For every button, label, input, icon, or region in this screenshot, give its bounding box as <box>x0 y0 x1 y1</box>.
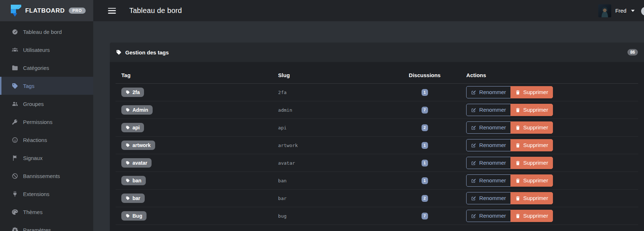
tag-icon <box>12 83 18 89</box>
panel-title: Gestion des tags <box>125 49 169 55</box>
page-title: Tableau de bord <box>129 6 182 15</box>
sidebar-item-signaux[interactable]: Signaux <box>0 149 93 167</box>
gear-icon <box>12 227 18 231</box>
tag-pill: bar <box>121 194 145 203</box>
rename-button[interactable]: Renommer <box>466 86 510 98</box>
column-header-slug: Slug <box>273 62 403 84</box>
table-row-avatar: avatar avatar 1 <box>116 154 638 172</box>
ban-icon <box>12 173 18 179</box>
tag-name: api <box>132 125 140 131</box>
tag-count-badge: 86 <box>627 49 638 55</box>
tag-icon <box>126 161 130 165</box>
discussions-count-badge: 1 <box>422 160 428 166</box>
sidebar-item-parametres[interactable]: Paramètres <box>0 221 93 231</box>
tag-icon <box>126 214 130 218</box>
slug-cell: bar <box>273 190 403 207</box>
trash-icon <box>515 160 521 166</box>
delete-button[interactable]: Supprimer <box>510 104 553 116</box>
tag-icon <box>126 178 130 183</box>
users-icon <box>12 46 18 53</box>
tag-name: Admin <box>132 107 148 113</box>
rename-button[interactable]: Renommer <box>466 174 510 187</box>
user-menu[interactable]: Fred <box>598 4 635 17</box>
sidebar-item-themes[interactable]: Thèmes <box>0 203 93 221</box>
user-name: Fred <box>615 8 626 14</box>
discussions-count-badge: 1 <box>422 89 428 96</box>
rename-button[interactable]: Renommer <box>466 139 510 151</box>
table-row-admin: Admin admin 7 Re <box>116 101 638 119</box>
edit-icon <box>471 107 476 113</box>
group-icon <box>12 101 18 107</box>
row-actions: Renommer Supprimer <box>466 174 553 187</box>
sidebar-item-tableau-de-bord[interactable]: Tableau de bord <box>0 23 93 41</box>
tag-pill: Bug <box>121 211 147 221</box>
edit-icon <box>471 178 476 183</box>
edit-icon <box>471 196 476 201</box>
sidebar-item-label: Signaux <box>23 155 42 161</box>
tag-icon <box>126 90 130 94</box>
slug-cell: bug <box>273 207 403 225</box>
tag-name: 2fa <box>132 89 140 95</box>
delete-button[interactable]: Supprimer <box>510 121 553 134</box>
tag-name: bar <box>132 195 140 201</box>
tags-table: Tag Slug Discussions Actions <box>116 62 638 225</box>
row-actions: Renommer Supprimer <box>466 192 553 204</box>
plug-icon <box>12 191 18 197</box>
sidebar-item-label: Groupes <box>23 101 44 107</box>
folder-icon <box>12 65 18 71</box>
row-actions: Renommer Supprimer <box>466 139 553 151</box>
tags-table-wrap: Tag Slug Discussions Actions <box>110 62 644 225</box>
row-actions: Renommer Supprimer <box>466 121 553 134</box>
rename-button[interactable]: Renommer <box>466 210 510 222</box>
table-row-bug: Bug bug 7 Renomm <box>116 207 638 225</box>
sidebar-item-label: Réactions <box>23 137 47 143</box>
column-header-actions: Actions <box>460 62 638 84</box>
trash-icon <box>515 196 521 201</box>
sidebar-item-permissions[interactable]: Permissions <box>0 113 93 131</box>
slug-cell: artwork <box>273 137 403 154</box>
column-header-discussions: Discussions <box>403 62 461 84</box>
rename-button[interactable]: Renommer <box>466 192 510 204</box>
delete-button[interactable]: Supprimer <box>510 86 553 98</box>
sidebar-item-label: Tableau de bord <box>23 29 62 35</box>
sidebar-item-tags[interactable]: Tags <box>0 77 93 95</box>
column-header-tag: Tag <box>116 62 273 84</box>
sidebar-item-bannissements[interactable]: Bannissements <box>0 167 93 185</box>
table-row-api: api api 2 Renomm <box>116 119 638 137</box>
key-icon <box>12 119 18 125</box>
table-row-2fa: 2fa 2fa 1 Renomm <box>116 84 638 101</box>
tag-icon <box>126 108 130 112</box>
sidebar-item-label: Permissions <box>23 119 53 125</box>
delete-button[interactable]: Supprimer <box>510 139 553 151</box>
sidebar-item-utilisateurs[interactable]: Utilisateurs <box>0 41 93 59</box>
slug-cell: avatar <box>273 154 403 172</box>
delete-button[interactable]: Supprimer <box>510 174 553 187</box>
trash-icon <box>515 107 521 113</box>
rename-button[interactable]: Renommer <box>466 157 510 169</box>
brand-name: FLATBOARD <box>25 7 65 14</box>
palette-icon <box>12 209 18 216</box>
delete-button[interactable]: Supprimer <box>510 192 553 204</box>
avatar[interactable] <box>598 4 611 17</box>
sidebar-item-reactions[interactable]: Réactions <box>0 131 93 149</box>
discussions-count-badge: 2 <box>422 195 428 202</box>
delete-button[interactable]: Supprimer <box>510 210 553 222</box>
rename-button[interactable]: Renommer <box>466 121 510 134</box>
discussions-count-badge: 2 <box>422 124 428 131</box>
tag-name: artwork <box>132 142 151 148</box>
tag-name: avatar <box>132 160 147 166</box>
edge-peek-circle <box>641 7 644 15</box>
sidebar-item-groupes[interactable]: Groupes <box>0 95 93 113</box>
smiley-icon <box>12 137 18 143</box>
panel-header: Gestion des tags 86 <box>110 43 644 62</box>
sidebar-item-categories[interactable]: Catégories <box>0 59 93 77</box>
delete-button[interactable]: Supprimer <box>510 157 553 169</box>
top-bar-main: Tableau de bord Fred <box>93 0 644 21</box>
hamburger-menu-icon[interactable] <box>108 8 116 14</box>
pro-badge: PRO <box>69 8 86 14</box>
edit-icon <box>471 213 476 219</box>
sidebar-item-extensions[interactable]: Extensions <box>0 185 93 203</box>
main-content: Gestion des tags 86 Tag Slug Discussions <box>93 21 644 231</box>
rename-button[interactable]: Renommer <box>466 104 510 116</box>
trash-icon <box>515 125 521 130</box>
